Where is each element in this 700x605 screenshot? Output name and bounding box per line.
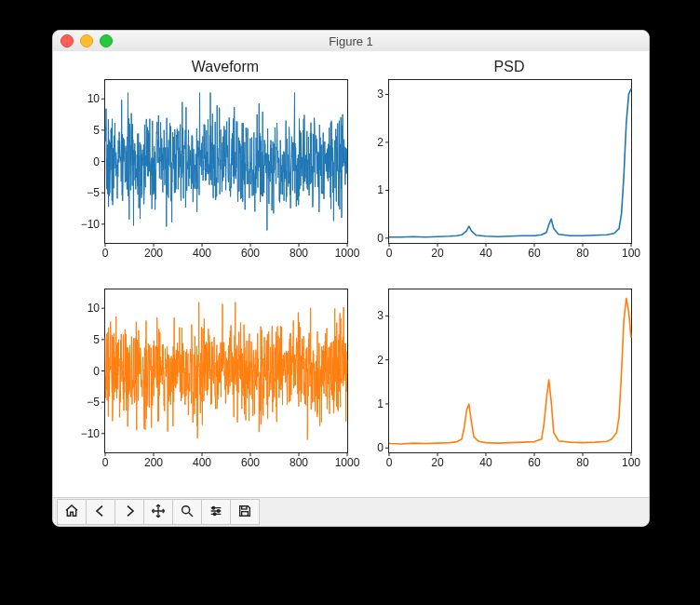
svg-point-44 — [217, 509, 220, 512]
chart-title: Waveform — [104, 59, 346, 75]
y-tick-label: 0 — [72, 155, 100, 168]
subplot-2: 02004006008001000−10−50510 — [104, 289, 346, 453]
y-tick-label: −10 — [72, 218, 100, 231]
figure-canvas[interactable]: Waveform02004006008001000−10−50510PSD020… — [53, 51, 649, 498]
sliders-icon — [209, 504, 223, 521]
plot-box[interactable]: 0204060801000123 — [388, 289, 632, 453]
minimize-icon[interactable] — [80, 34, 93, 47]
x-tick-label: 60 — [528, 247, 540, 260]
subplot-3: 0204060801000123 — [388, 289, 630, 453]
y-tick-label: 3 — [356, 309, 384, 322]
pan-button[interactable] — [143, 499, 173, 525]
y-tick-label: 10 — [72, 302, 100, 315]
svg-rect-47 — [242, 511, 249, 516]
x-tick-label: 400 — [193, 456, 211, 469]
x-tick-label: 40 — [479, 247, 491, 260]
series-psd0 — [389, 88, 631, 237]
close-icon[interactable] — [61, 34, 74, 47]
x-tick-label: 600 — [241, 456, 260, 469]
svg-point-43 — [212, 506, 215, 509]
x-tick-label: 0 — [102, 247, 109, 260]
matplotlib-toolbar — [53, 497, 649, 526]
series-waveform1 — [105, 302, 347, 440]
chart-title: PSD — [388, 59, 630, 75]
y-tick-label: 0 — [356, 441, 384, 454]
chart-svg — [105, 289, 347, 452]
x-tick-label: 60 — [528, 456, 540, 469]
x-tick-label: 800 — [289, 456, 308, 469]
y-tick-label: 5 — [72, 333, 100, 346]
y-tick-label: −10 — [72, 427, 100, 440]
subplot-1: PSD0204060801000123 — [388, 79, 630, 244]
plot-box[interactable]: 02004006008001000−10−50510 — [104, 79, 348, 244]
x-tick-label: 100 — [622, 456, 640, 469]
y-tick-label: 3 — [356, 87, 384, 101]
y-tick-label: 2 — [356, 136, 384, 149]
x-tick-label: 100 — [622, 247, 640, 260]
configure-button[interactable] — [201, 499, 231, 525]
zoom-window-icon[interactable] — [100, 34, 113, 47]
chart-svg — [389, 80, 631, 243]
series-waveform0 — [105, 93, 347, 231]
move-icon — [151, 504, 166, 521]
x-tick-label: 40 — [479, 456, 491, 469]
y-tick-label: 2 — [356, 354, 384, 367]
y-tick-label: 5 — [72, 124, 100, 137]
x-tick-label: 20 — [431, 247, 443, 260]
y-tick-label: 0 — [72, 365, 100, 378]
zoom-button[interactable] — [172, 499, 202, 525]
x-tick-label: 0 — [386, 456, 393, 469]
plot-box[interactable]: 02004006008001000−10−50510 — [104, 289, 348, 453]
y-tick-label: 1 — [356, 183, 384, 196]
y-tick-label: −5 — [72, 186, 100, 199]
x-tick-label: 200 — [144, 247, 163, 260]
svg-point-45 — [213, 513, 216, 516]
plot-box[interactable]: 0204060801000123 — [388, 79, 632, 244]
window-controls — [61, 34, 113, 47]
save-icon — [237, 504, 252, 521]
x-tick-label: 800 — [289, 247, 308, 260]
x-tick-label: 1000 — [335, 456, 360, 469]
series-psd1 — [389, 299, 631, 445]
subplot-0: Waveform02004006008001000−10−50510 — [104, 79, 346, 244]
window-title: Figure 1 — [53, 34, 649, 48]
arrow-left-icon — [93, 504, 108, 521]
save-button[interactable] — [230, 499, 260, 525]
y-tick-label: 0 — [356, 232, 384, 245]
svg-point-42 — [182, 505, 190, 513]
app-window: Figure 1 Waveform02004006008001000−10−50… — [52, 30, 650, 527]
svg-rect-46 — [242, 505, 247, 508]
chart-svg — [105, 80, 347, 243]
x-tick-label: 80 — [576, 456, 588, 469]
x-tick-label: 20 — [431, 456, 443, 469]
forward-button[interactable] — [114, 499, 144, 525]
arrow-right-icon — [122, 504, 137, 521]
search-icon — [180, 504, 195, 521]
y-tick-label: 1 — [356, 397, 384, 410]
titlebar[interactable]: Figure 1 — [53, 31, 649, 52]
y-tick-label: −5 — [72, 396, 100, 409]
x-tick-label: 200 — [144, 456, 163, 469]
chart-svg — [389, 289, 631, 452]
x-tick-label: 0 — [102, 456, 109, 469]
x-tick-label: 0 — [386, 247, 393, 260]
home-icon — [64, 504, 79, 521]
x-tick-label: 1000 — [335, 247, 360, 260]
x-tick-label: 600 — [241, 247, 260, 260]
x-tick-label: 80 — [576, 247, 588, 260]
y-tick-label: 10 — [72, 92, 100, 105]
back-button[interactable] — [86, 499, 115, 525]
home-button[interactable] — [57, 499, 87, 525]
x-tick-label: 400 — [193, 247, 211, 260]
